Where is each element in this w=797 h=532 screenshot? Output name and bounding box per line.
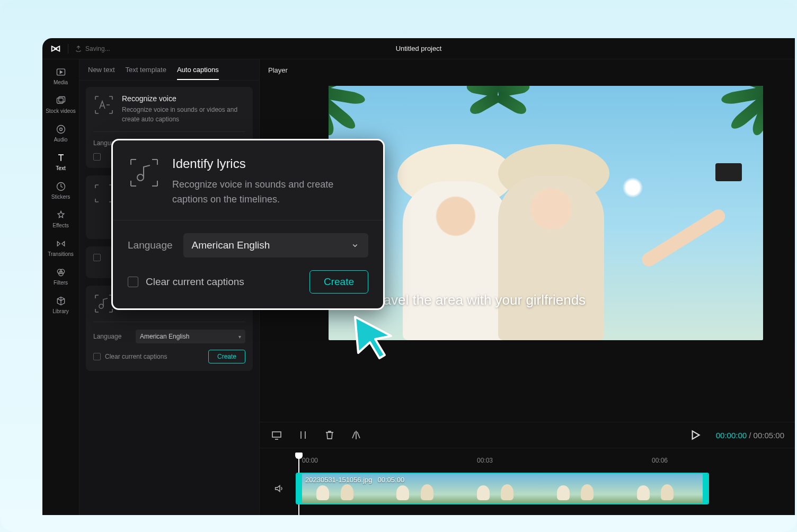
ruler-tick: 00:06 xyxy=(652,457,668,464)
clear-captions-checkbox-2[interactable] xyxy=(93,254,101,261)
time-total: 00:05:00 xyxy=(754,431,784,440)
popup-language-label: Language xyxy=(128,240,173,251)
sidebar-item-media[interactable]: Media xyxy=(46,63,76,89)
svg-rect-1 xyxy=(57,98,63,103)
clip-thumbnail xyxy=(623,474,703,503)
sidebar-item-label: Stock videos xyxy=(46,108,76,114)
video-track: 20230531-151056.jpg 00:05:00 xyxy=(270,473,784,504)
sidebar-item-effects[interactable]: Effects xyxy=(46,206,76,232)
clear-captions-checkbox-small[interactable] xyxy=(93,353,101,360)
recognize-voice-icon xyxy=(93,94,114,116)
timeline-ruler[interactable]: 00:00 00:03 00:06 xyxy=(297,454,784,468)
sidebar-item-label: Filters xyxy=(54,280,68,286)
time-separator: / xyxy=(747,431,754,440)
tab-text-template[interactable]: Text template xyxy=(126,66,166,80)
audio-icon xyxy=(56,124,66,135)
save-status-text: Saving... xyxy=(85,45,110,52)
titlebar: Saving... Untitled project xyxy=(42,38,795,59)
ruler-tick: 00:03 xyxy=(477,457,493,464)
delete-button[interactable] xyxy=(323,429,336,441)
split-button[interactable] xyxy=(297,429,309,441)
mirror-button[interactable] xyxy=(350,429,362,441)
sidebar: Media Stock videos Audio Text Stickers E… xyxy=(42,59,79,515)
clear-captions-label-small: Clear current captions xyxy=(105,353,167,360)
clip-handle-right[interactable] xyxy=(703,474,708,503)
preview-person xyxy=(498,176,604,340)
svg-point-3 xyxy=(57,125,65,133)
time-current: 00:00:00 xyxy=(716,431,747,440)
caption-overlay: Travel the area with your girlfriends xyxy=(371,292,586,308)
chevron-down-icon xyxy=(350,241,360,250)
timeline[interactable]: 00:00 00:03 00:06 xyxy=(260,448,795,515)
effects-icon xyxy=(56,210,66,220)
language-select-small[interactable]: American English ▾ xyxy=(136,330,245,343)
popup-clear-captions-label: Clear current captions xyxy=(146,276,244,288)
sidebar-item-stock-videos[interactable]: Stock videos xyxy=(46,91,76,118)
preview-arm xyxy=(640,207,728,269)
clip-handle-left[interactable] xyxy=(297,474,302,503)
sidebar-item-filters[interactable]: Filters xyxy=(46,263,76,289)
popup-create-button[interactable]: Create xyxy=(309,270,368,294)
sidebar-item-label: Transitions xyxy=(48,251,74,257)
recognize-voice-title: Recognize voice xyxy=(122,94,245,103)
svg-point-4 xyxy=(59,128,62,130)
svg-point-9 xyxy=(99,304,103,308)
tab-new-text[interactable]: New text xyxy=(88,66,115,80)
chevron-down-icon: ▾ xyxy=(238,334,241,340)
popup-language-select[interactable]: American English xyxy=(183,233,368,258)
recognize-voice-desc: Recognize voice in sounds or videos and … xyxy=(122,105,245,124)
play-button[interactable] xyxy=(688,428,702,442)
aspect-ratio-button[interactable] xyxy=(270,429,283,441)
clip-thumbnail xyxy=(543,474,623,503)
clip-filename: 20230531-151056.jpg xyxy=(305,476,373,484)
sidebar-item-audio[interactable]: Audio xyxy=(46,120,76,146)
save-status: Saving... xyxy=(75,45,110,52)
preview-camera xyxy=(715,163,742,181)
popup-description: Recognize voice in sounds and create cap… xyxy=(172,178,368,207)
language-label-small: Language xyxy=(93,333,130,340)
sidebar-item-stickers[interactable]: Stickers xyxy=(46,177,76,203)
language-select-value-small: American English xyxy=(140,333,189,340)
sidebar-item-transitions[interactable]: Transitions xyxy=(46,234,76,261)
svg-rect-2 xyxy=(58,96,65,102)
player-header: Player xyxy=(260,59,795,81)
sidebar-item-text[interactable]: Text xyxy=(46,148,76,175)
clip-thumbnail xyxy=(462,474,542,503)
popup-language-value: American English xyxy=(192,240,270,251)
sidebar-item-library[interactable]: Library xyxy=(46,291,76,318)
sidebar-item-label: Text xyxy=(56,165,65,171)
popup-clear-captions-checkbox[interactable] xyxy=(128,277,138,287)
video-preview[interactable]: Travel the area with your girlfriends xyxy=(329,86,763,340)
ruler-tick: 00:00 xyxy=(302,457,318,464)
app-logo-icon[interactable] xyxy=(50,43,61,55)
player-controls: 00:00:00 / 00:05:00 xyxy=(260,422,795,448)
text-icon xyxy=(56,153,66,163)
card-separator xyxy=(93,322,245,322)
timeline-clip[interactable]: 20230531-151056.jpg 00:05:00 xyxy=(296,473,709,504)
clip-duration: 00:05:00 xyxy=(378,476,405,484)
project-title[interactable]: Untitled project xyxy=(396,45,442,52)
clear-captions-checkbox[interactable] xyxy=(93,153,101,161)
library-icon xyxy=(56,296,66,306)
filters-icon xyxy=(56,267,66,278)
create-button-small[interactable]: Create xyxy=(208,350,245,363)
sidebar-item-label: Stickers xyxy=(51,194,70,200)
transitions-icon xyxy=(56,238,66,249)
svg-rect-10 xyxy=(272,432,281,437)
panel-tabs: New text Text template Auto captions xyxy=(79,59,259,81)
tab-auto-captions[interactable]: Auto captions xyxy=(177,66,219,80)
sidebar-item-label: Effects xyxy=(52,223,68,228)
audio-track-icon[interactable] xyxy=(270,483,288,494)
sidebar-item-label: Library xyxy=(52,308,69,314)
sidebar-item-label: Audio xyxy=(54,137,68,143)
sidebar-item-label: Media xyxy=(54,79,68,85)
card-separator xyxy=(93,131,245,132)
media-icon xyxy=(56,67,66,77)
stock-videos-icon xyxy=(56,95,66,106)
identify-lyrics-popup: Identify lyrics Recognize voice in sound… xyxy=(111,139,385,310)
titlebar-divider xyxy=(68,44,68,54)
timecode: 00:00:00 / 00:05:00 xyxy=(716,431,784,440)
popup-title: Identify lyrics xyxy=(172,156,368,171)
identify-lyrics-popup-icon xyxy=(128,156,161,189)
preview-person xyxy=(403,181,509,340)
